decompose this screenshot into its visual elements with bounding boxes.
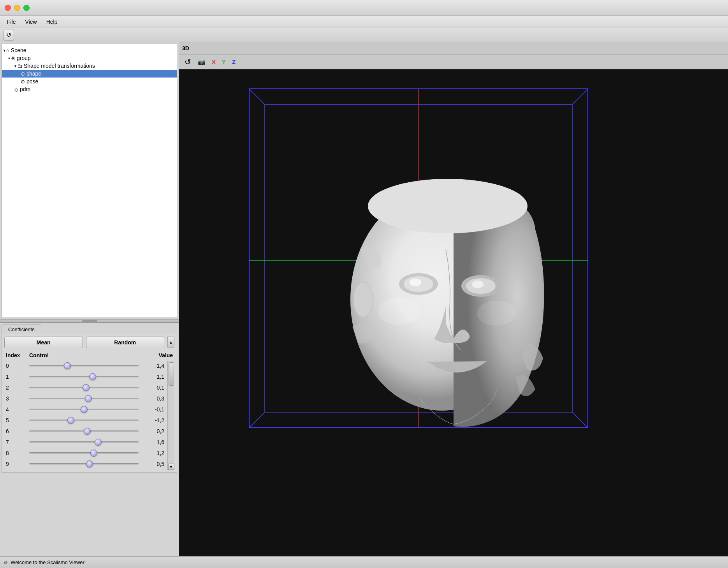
scrollbar[interactable]: ▼: [167, 361, 174, 470]
slider-thumb-3[interactable]: [85, 395, 92, 402]
slider-5[interactable]: [29, 416, 139, 424]
panel-content: Mean Random ▲ Index Control Value 0-1,41…: [2, 334, 177, 473]
coeff-value-4: -0,1: [139, 406, 166, 413]
slider-thumb-5[interactable]: [67, 417, 74, 424]
coeff-index-5: 5: [6, 417, 29, 423]
tree-item-shape[interactable]: ⊙ shape: [2, 70, 177, 78]
menu-view[interactable]: View: [21, 17, 41, 26]
coeff-row-3: 30,3: [4, 393, 167, 404]
slider-track-5: [29, 420, 139, 421]
smiley-icon: ☺: [3, 559, 8, 565]
axis-x-button[interactable]: X: [210, 58, 217, 66]
mean-button[interactable]: Mean: [4, 337, 83, 348]
close-button[interactable]: [5, 5, 11, 11]
coeff-row-4: 4-0,1: [4, 404, 167, 415]
svg-line-2: [249, 89, 265, 104]
random-button[interactable]: Random: [86, 337, 165, 348]
slider-4[interactable]: [29, 406, 139, 413]
menu-file[interactable]: File: [3, 17, 20, 26]
tree-label-scene: Scene: [11, 47, 26, 53]
coeff-value-8: 1,2: [139, 450, 166, 456]
tree-item-scene[interactable]: ▾ ⌂ Scene: [2, 46, 177, 54]
slider-track-1: [29, 376, 139, 377]
coeff-index-3: 3: [6, 395, 29, 402]
slider-thumb-2[interactable]: [83, 384, 90, 391]
coeff-row-7: 71,6: [4, 437, 167, 447]
slider-track-6: [29, 430, 139, 432]
coeff-table: 0-1,411,120,130,34-0,15-1,260,271,681,29…: [4, 361, 167, 470]
tree-label-pose: pose: [26, 78, 38, 85]
tree-item-shape-model[interactable]: ▾ 🗀 Shape model transformations: [2, 62, 177, 70]
coeff-header: Index Control Value: [4, 351, 174, 359]
tree-arrow-group: ▾: [8, 56, 10, 60]
slider-thumb-9[interactable]: [86, 460, 93, 467]
titlebar: [0, 0, 728, 16]
viewport-3d[interactable]: [179, 69, 728, 556]
scrollbar-thumb[interactable]: [169, 362, 174, 386]
slider-6[interactable]: [29, 427, 139, 435]
slider-8[interactable]: [29, 449, 139, 457]
slider-thumb-8[interactable]: [90, 450, 97, 457]
face-svg: [329, 171, 578, 444]
coeff-buttons: Mean Random ▲: [4, 337, 174, 348]
coeff-row-6: 60,2: [4, 426, 167, 436]
slider-track-4: [29, 409, 139, 410]
camera-button[interactable]: 📷: [196, 56, 207, 67]
view-header: 3D: [179, 42, 728, 55]
maximize-button[interactable]: [23, 5, 30, 11]
toolbar-rotate-button[interactable]: ↺: [3, 30, 14, 41]
slider-9[interactable]: [29, 460, 139, 468]
traffic-lights: [5, 5, 30, 11]
coeff-index-7: 7: [6, 439, 29, 445]
svg-point-9: [350, 189, 533, 411]
tree-arrow-scene: ▾: [4, 48, 5, 53]
shape-icon: ⊙: [21, 71, 25, 77]
tree-item-pose[interactable]: ⊙ pose: [2, 78, 177, 85]
slider-0[interactable]: [29, 362, 139, 370]
coefficients-tab[interactable]: Coefficients: [2, 325, 41, 334]
coeff-value-6: 0,2: [139, 428, 166, 434]
folder-icon: 🗀: [17, 63, 22, 69]
slider-thumb-7[interactable]: [95, 439, 102, 446]
coeff-index-0: 0: [6, 363, 29, 369]
slider-track-9: [29, 463, 139, 465]
tree-arrow-shape-model: ▾: [14, 64, 16, 68]
scene-tree[interactable]: ▾ ⌂ Scene ▾ ❋ group ▾ 🗀 Shape model tran…: [2, 44, 177, 318]
coefficients-panel: Coefficients Mean Random ▲ Index Control…: [0, 323, 179, 556]
coeff-value-9: 0,5: [139, 461, 166, 467]
axis-z-button[interactable]: Z: [230, 58, 237, 66]
coeff-index-1: 1: [6, 374, 29, 380]
svg-point-14: [466, 278, 496, 294]
coeff-value-3: 0,3: [139, 395, 166, 402]
header-index: Index: [6, 352, 29, 358]
tree-item-group[interactable]: ▾ ❋ group: [2, 54, 177, 62]
slider-track-2: [29, 387, 139, 388]
scroll-up-arrow[interactable]: ▲: [167, 337, 174, 348]
slider-thumb-0[interactable]: [64, 362, 71, 369]
tree-label-shape: shape: [26, 71, 41, 77]
tree-item-pdm[interactable]: ◇ pdm: [2, 85, 177, 93]
tree-label-pdm: pdm: [20, 86, 30, 92]
slider-track-0: [29, 365, 139, 367]
axis-y-button[interactable]: Y: [220, 58, 227, 66]
slider-track-8: [29, 452, 139, 454]
slider-thumb-6[interactable]: [84, 428, 91, 435]
coeff-row-8: 81,2: [4, 448, 167, 458]
slider-thumb-4[interactable]: [81, 406, 88, 413]
scroll-down-arrow[interactable]: ▼: [168, 464, 174, 470]
minimize-button[interactable]: [14, 5, 20, 11]
slider-thumb-1[interactable]: [89, 373, 96, 380]
panel-divider[interactable]: [0, 319, 179, 323]
svg-point-17: [368, 179, 528, 233]
menu-help[interactable]: Help: [42, 17, 62, 26]
slider-2[interactable]: [29, 384, 139, 392]
slider-track-7: [29, 441, 139, 443]
slider-1[interactable]: [29, 373, 139, 381]
slider-7[interactable]: [29, 438, 139, 446]
slider-3[interactable]: [29, 395, 139, 402]
group-icon: ❋: [11, 55, 15, 61]
coeff-row-9: 90,5: [4, 459, 167, 469]
svg-point-18: [378, 298, 420, 325]
reset-view-button[interactable]: ↺: [182, 56, 193, 67]
svg-rect-1: [265, 104, 572, 412]
